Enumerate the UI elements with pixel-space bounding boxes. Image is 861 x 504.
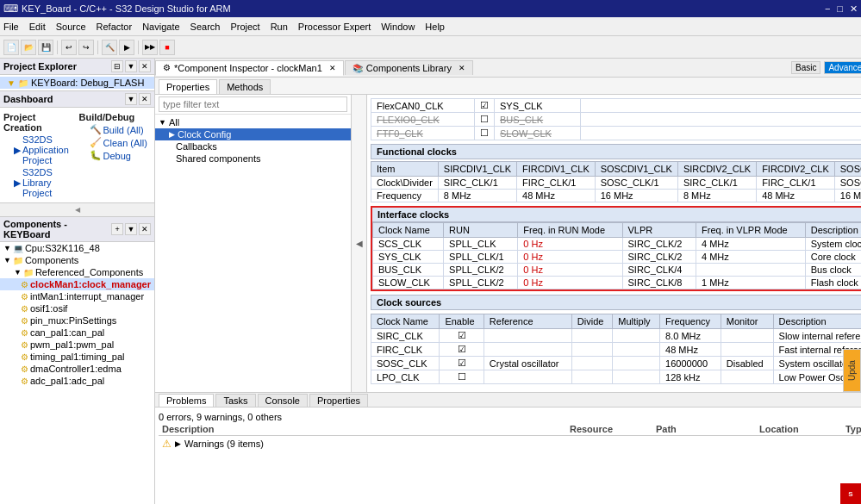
build-debug-section: Build/Debug 🔨 Build (All) 🧹 Clean (All) … [79, 111, 152, 199]
menu-search[interactable]: Search [190, 22, 221, 32]
menu-refactor[interactable]: Refactor [97, 22, 133, 32]
tb-new[interactable]: 📄 [3, 40, 19, 55]
tree-clock-config-item[interactable]: ▶ Clock Config [155, 128, 351, 140]
update-button[interactable]: Upda [843, 349, 861, 392]
components-panel-title: Components - KEYBoard [3, 219, 111, 240]
menu-window[interactable]: Window [381, 22, 415, 32]
comp-close-btn[interactable]: ✕ [139, 223, 151, 235]
comp-menu-btn[interactable]: ▼ [125, 223, 137, 235]
comp-pinmux-item[interactable]: ⚙ pin_mux:PinSettings [0, 314, 154, 327]
menu-help[interactable]: Help [425, 22, 445, 32]
close-btn[interactable]: ✕ [850, 3, 858, 15]
comp-osif-item[interactable]: ⚙ osif1:osif [0, 302, 154, 314]
clean-all-label: Clean (All) [103, 138, 147, 148]
tab-methods[interactable]: Methods [219, 79, 271, 94]
menu-edit[interactable]: Edit [29, 22, 46, 32]
comp-components-item[interactable]: ▼ 📁 Components [0, 254, 154, 266]
tree-callbacks-item[interactable]: Callbacks [155, 140, 351, 152]
tab-console[interactable]: Console [258, 394, 308, 407]
clean-all-link[interactable]: 🧹 Clean (All) [79, 136, 152, 149]
panel-nav-arrow[interactable]: ◀ [352, 95, 367, 392]
tab-properties[interactable]: Properties [159, 79, 217, 94]
s32ds-lib-project-link[interactable]: ▶ S32DS Library Project [3, 166, 76, 199]
menu-source[interactable]: Source [56, 22, 86, 32]
comp-cpu-item[interactable]: ▼ 💻 Cpu:S32K116_48 [0, 242, 154, 254]
int-header-freq-vlpr: Freq. in VLPR Mode [696, 223, 806, 238]
tb-save[interactable]: 💾 [38, 40, 53, 55]
top-tabs-bar: ⚙ *Component Inspector - clockMan1 ✕ 📚 C… [155, 59, 861, 78]
pe-close-btn[interactable]: ✕ [139, 60, 151, 72]
inspector-icon: ⚙ [163, 63, 171, 72]
dash-close-btn[interactable]: ✕ [139, 93, 151, 105]
warnings-row[interactable]: ⚠ ▶ Warnings (9 items) [159, 436, 861, 451]
inspector-close-icon[interactable]: ✕ [329, 64, 336, 72]
interface-clocks-table: Clock Name RUN Freq. in RUN Mode VLPR Fr… [372, 222, 861, 289]
library-close-icon[interactable]: ✕ [459, 64, 465, 72]
tab-problems[interactable]: Problems [159, 394, 214, 407]
menu-project[interactable]: Project [230, 22, 259, 32]
functional-clocks-section: Functional clocks Item SIRCDIV1_CLK FIRC… [371, 144, 861, 202]
extra-clock-row-1: FLEXIO0_CLK ☐ BUS_CLK 0 Hz [371, 113, 861, 127]
tb-redo[interactable]: ↪ [78, 40, 94, 55]
s32ds-app-project-link[interactable]: ▶ S32DS Application Project [3, 134, 76, 166]
comp-add-btn[interactable]: + [111, 223, 123, 235]
timing-label: timing_pal1:timing_pal [30, 352, 124, 362]
comp-dma-item[interactable]: ⚙ dmaController1:edma [0, 363, 154, 375]
basic-view-btn[interactable]: Basic [791, 61, 820, 74]
menu-navigate[interactable]: Navigate [142, 22, 179, 32]
tab-tasks[interactable]: Tasks [215, 394, 255, 407]
tb-debug[interactable]: ▶ [119, 40, 134, 55]
func-row-frequency: Frequency 8 MHz 48 MHz 16 MHz 8 MHz 48 M… [371, 190, 861, 202]
comp-adc-item[interactable]: ⚙ adc_pal1:adc_pal [0, 375, 154, 387]
tb-build[interactable]: 🔨 [102, 40, 117, 55]
inspector-tab-label: *Component Inspector - clockMan1 [174, 63, 322, 73]
debug-link[interactable]: 🐛 Debug [79, 149, 152, 162]
adc-label: adc_pal1:adc_pal [30, 376, 104, 386]
tree-all-item[interactable]: ▼ All [155, 116, 351, 128]
pe-menu-btn[interactable]: ▼ [125, 60, 137, 72]
dash-menu-btn[interactable]: ▼ [125, 93, 137, 105]
interface-clocks-header: Interface clocks [372, 208, 861, 222]
pe-collapse-btn[interactable]: ⊟ [111, 60, 123, 72]
problems-tabs-bar: Problems Tasks Console Properties ▼ ✕ [155, 393, 861, 408]
intman-label: intMan1:interrupt_manager [30, 291, 144, 302]
adc-icon: ⚙ [21, 376, 28, 386]
tb-open[interactable]: 📂 [21, 40, 36, 55]
clock-sources-title: Clock sources [377, 297, 441, 308]
comp-referenced-item[interactable]: ▼ 📁 Referenced_Components [0, 266, 154, 278]
maximize-btn[interactable]: □ [837, 3, 843, 15]
tree-shared-item[interactable]: Shared components [155, 152, 351, 165]
project-item-keyboard[interactable]: ▼ 📁 KEYBoard: Debug_FLASH [0, 77, 154, 89]
comp-clockman-item[interactable]: ⚙ clockMan1:clock_manager [0, 278, 154, 290]
warning-icon: ⚠ [162, 438, 172, 450]
minimize-btn[interactable]: − [825, 3, 830, 15]
clock-sources-table: Clock Name Enable Reference Divide Multi… [371, 314, 861, 384]
functional-clocks-title: Functional clocks [377, 146, 457, 157]
tab-component-inspector[interactable]: ⚙ *Component Inspector - clockMan1 ✕ [155, 60, 344, 76]
advanced-view-btn[interactable]: Advanced [824, 61, 861, 74]
tb-run[interactable]: ▶▶ [142, 40, 158, 55]
comp-timing-item[interactable]: ⚙ timing_pal1:timing_pal [0, 351, 154, 363]
comp-can-item[interactable]: ⚙ can_pal1:can_pal [0, 327, 154, 339]
int-header-name: Clock Name [373, 223, 444, 238]
menu-file[interactable]: File [3, 22, 19, 32]
menu-run[interactable]: Run [271, 22, 288, 32]
prob-header-type: Type [845, 424, 861, 434]
pwm-label: pwm_pal1:pwm_pal [30, 339, 114, 350]
tab-components-library[interactable]: 📚 Components Library ✕ [345, 60, 473, 75]
menu-processor-expert[interactable]: Processor Expert [298, 22, 371, 32]
tb-undo[interactable]: ↩ [61, 40, 77, 55]
tb-stop[interactable]: ■ [159, 40, 175, 55]
panel-resize-handle[interactable]: ◀ [0, 203, 154, 217]
int-header-desc: Description [805, 223, 861, 238]
build-all-link[interactable]: 🔨 Build (All) [79, 123, 152, 136]
toolbar: 📄 📂 💾 ↩ ↪ 🔨 ▶ ▶▶ ■ [0, 36, 861, 59]
ref-expand-icon: ▼ [14, 268, 22, 277]
comp-pwm-item[interactable]: ⚙ pwm_pal1:pwm_pal [0, 339, 154, 351]
filter-input[interactable] [159, 96, 347, 112]
components-panel: Components - KEYBoard + ▼ ✕ ▼ 💻 Cpu:S32K… [0, 217, 154, 504]
src-header-enable: Enable [440, 314, 484, 329]
comp-intman-item[interactable]: ⚙ intMan1:interrupt_manager [0, 290, 154, 302]
library-icon: 📚 [353, 64, 363, 73]
tab-properties[interactable]: Properties [309, 394, 368, 407]
